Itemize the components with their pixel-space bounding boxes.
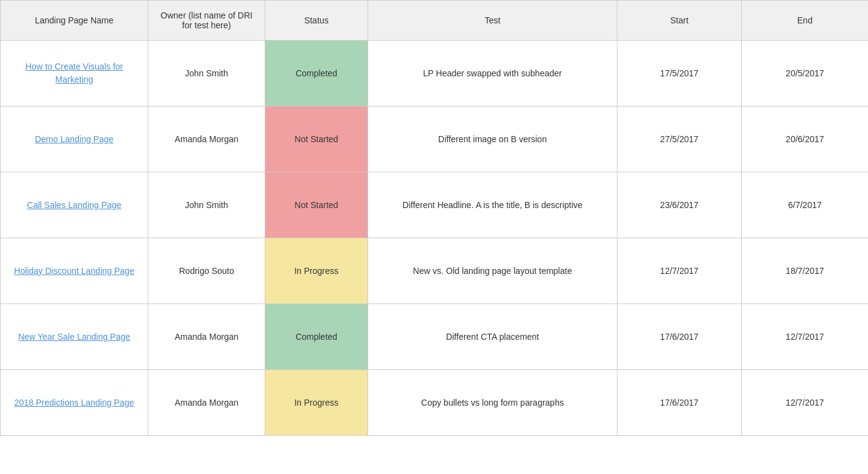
cell-landing-page-name: Holiday Discount Landing Page [1, 238, 148, 304]
cell-end: 20/5/2017 [742, 41, 869, 106]
landing-page-link[interactable]: Holiday Discount Landing Page [14, 266, 134, 276]
col-header-end: End [742, 1, 869, 41]
col-header-name: Landing Page Name [1, 1, 148, 41]
landing-page-link[interactable]: How to Create Visuals for Marketing [25, 62, 123, 84]
cell-status: In Progress [265, 238, 368, 304]
cell-start: 12/7/2017 [617, 238, 742, 304]
cell-owner: Rodrigo Souto [148, 238, 265, 304]
cell-test: Different image on B version [368, 106, 617, 172]
cell-start: 23/6/2017 [617, 172, 742, 238]
cell-owner: Amanda Morgan [148, 304, 265, 370]
col-header-status: Status [265, 1, 368, 41]
landing-page-link[interactable]: Call Sales Landing Page [27, 200, 121, 210]
landing-pages-table: Landing Page Name Owner (list name of DR… [0, 0, 868, 436]
cell-owner: John Smith [148, 41, 265, 106]
cell-test: Different Headline. A is the title, B is… [368, 172, 617, 238]
status-badge: In Progress [265, 238, 368, 303]
cell-start: 17/6/2017 [617, 304, 742, 370]
cell-end: 20/6/2017 [742, 106, 869, 172]
table-row: 2018 Predictions Landing PageAmanda Morg… [1, 370, 869, 436]
table-row: New Year Sale Landing PageAmanda MorganC… [1, 304, 869, 370]
status-badge: In Progress [265, 370, 368, 435]
cell-owner: Amanda Morgan [148, 370, 265, 436]
status-badge: Completed [265, 41, 368, 106]
cell-landing-page-name: How to Create Visuals for Marketing [1, 41, 148, 106]
col-header-start: Start [617, 1, 742, 41]
cell-status: Not Started [265, 106, 368, 172]
table-row: Call Sales Landing PageJohn SmithNot Sta… [1, 172, 869, 238]
cell-test: LP Header swapped with subheader [368, 41, 617, 106]
table-row: Holiday Discount Landing PageRodrigo Sou… [1, 238, 869, 304]
cell-status: In Progress [265, 370, 368, 436]
col-header-owner: Owner (list name of DRI for test here) [148, 1, 265, 41]
cell-status: Completed [265, 304, 368, 370]
cell-test: Copy bullets vs long form paragraphs [368, 370, 617, 436]
cell-landing-page-name: 2018 Predictions Landing Page [1, 370, 148, 436]
cell-end: 18/7/2017 [742, 238, 869, 304]
cell-status: Completed [265, 41, 368, 106]
cell-landing-page-name: Demo Landing Page [1, 106, 148, 172]
table-row: How to Create Visuals for MarketingJohn … [1, 41, 869, 106]
table-row: Demo Landing PageAmanda MorganNot Starte… [1, 106, 869, 172]
cell-landing-page-name: Call Sales Landing Page [1, 172, 148, 238]
cell-start: 27/5/2017 [617, 106, 742, 172]
cell-end: 6/7/2017 [742, 172, 869, 238]
cell-status: Not Started [265, 172, 368, 238]
cell-start: 17/6/2017 [617, 370, 742, 436]
cell-end: 12/7/2017 [742, 304, 869, 370]
cell-test: New vs. Old landing page layout template [368, 238, 617, 304]
status-badge: Not Started [265, 172, 368, 238]
col-header-test: Test [368, 1, 617, 41]
status-badge: Completed [265, 304, 368, 369]
table-header-row: Landing Page Name Owner (list name of DR… [1, 1, 869, 41]
landing-page-link[interactable]: Demo Landing Page [35, 134, 114, 144]
cell-start: 17/5/2017 [617, 41, 742, 106]
cell-test: Different CTA placement [368, 304, 617, 370]
cell-landing-page-name: New Year Sale Landing Page [1, 304, 148, 370]
landing-page-link[interactable]: 2018 Predictions Landing Page [14, 398, 134, 408]
cell-end: 12/7/2017 [742, 370, 869, 436]
landing-page-link[interactable]: New Year Sale Landing Page [18, 332, 130, 342]
cell-owner: Amanda Morgan [148, 106, 265, 172]
cell-owner: John Smith [148, 172, 265, 238]
table-container: Landing Page Name Owner (list name of DR… [0, 0, 868, 436]
status-badge: Not Started [265, 106, 368, 172]
